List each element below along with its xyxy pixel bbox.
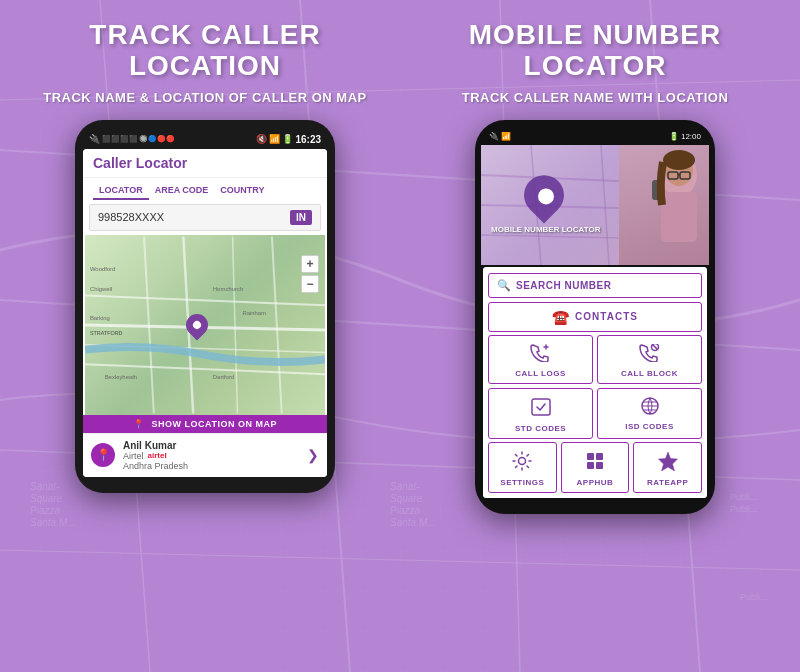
location-pin: [186, 314, 208, 336]
search-number-button[interactable]: 🔍 SEARCH NUMBER: [488, 273, 702, 298]
settings-label: SETTINGS: [500, 478, 544, 487]
show-location-label: SHOW LOCATION ON MAP: [152, 419, 277, 429]
phone-time: 16:23: [295, 134, 321, 145]
status-left-icons: 🔌 ⬛⬛⬛⬛ 🔘🔵🔴🔴: [89, 134, 175, 144]
mnl-logo-area: MOBILE NUMBER LOCATOR: [491, 175, 600, 235]
svg-text:Barking: Barking: [90, 315, 110, 321]
tab-locator[interactable]: LOCATOR: [93, 182, 149, 200]
svg-rect-54: [532, 399, 550, 415]
carrier-name: Airtel: [123, 451, 144, 461]
apphub-button[interactable]: APPHUB: [561, 442, 630, 493]
svg-rect-62: [587, 462, 594, 469]
svg-text:Chigwell: Chigwell: [90, 285, 112, 291]
svg-line-42: [601, 145, 609, 265]
std-codes-button[interactable]: STD CODES: [488, 388, 593, 439]
app-tabs: LOCATOR AREA CODE COUNTRY: [83, 178, 327, 200]
tab-country[interactable]: COUNTRY: [214, 182, 270, 200]
left-phone: 🔌 ⬛⬛⬛⬛ 🔘🔵🔴🔴 🔇 📶 🔋 16:23 Caller Locator: [75, 120, 335, 493]
right-status-left: 🔌 📶: [489, 132, 511, 141]
call-logs-icon: [530, 344, 552, 366]
airtel-logo: airtel: [148, 451, 167, 460]
contacts-phone-icon: ☎️: [552, 309, 569, 325]
tab-area-code[interactable]: AREA CODE: [149, 182, 215, 200]
right-section: MOBILE NUMBER LOCATOR TRACK CALLER NAME …: [415, 20, 775, 514]
contact-name: Anil Kumar: [123, 440, 299, 451]
call-logs-label: CALL LOGS: [515, 369, 566, 378]
svg-text:Rainham: Rainham: [242, 310, 266, 316]
svg-text:Bexleyheath: Bexleyheath: [105, 374, 137, 380]
svg-line-22: [85, 295, 325, 305]
isd-codes-icon: [639, 397, 661, 419]
call-block-label: CALL BLOCK: [621, 369, 678, 378]
map-view: Chigwell Barking Hornchurch Rainham Wood…: [85, 235, 325, 415]
svg-text:Woodford: Woodford: [90, 265, 115, 271]
right-status-bar: 🔌 📶 🔋 12:00: [481, 130, 709, 145]
apphub-icon: [585, 451, 605, 475]
search-number-label: SEARCH NUMBER: [516, 280, 611, 291]
show-location-button[interactable]: 📍 SHOW LOCATION ON MAP: [83, 415, 327, 433]
zoom-in-button[interactable]: +: [301, 255, 319, 273]
call-logs-button[interactable]: CALL LOGS: [488, 335, 593, 384]
contact-details: Anil Kumar Airtel airtel Andhra Pradesh: [123, 440, 299, 471]
app-title: Caller Locator: [93, 155, 317, 171]
contact-state: Andhra Pradesh: [123, 461, 299, 471]
call-block-button[interactable]: CALL BLOCK: [597, 335, 702, 384]
status-bar: 🔌 ⬛⬛⬛⬛ 🔘🔵🔴🔴 🔇 📶 🔋 16:23: [83, 132, 327, 149]
phone-input-row[interactable]: 998528XXXX IN: [89, 204, 321, 231]
contacts-label: CONTACTS: [575, 311, 638, 322]
contacts-button[interactable]: ☎️ CONTACTS: [488, 302, 702, 332]
rateapp-label: RATEAPP: [647, 478, 688, 487]
svg-text:Dartford: Dartford: [213, 374, 234, 380]
search-icon: 🔍: [497, 279, 511, 292]
svg-rect-63: [596, 462, 603, 469]
left-title: TRACK CALLER LOCATION: [25, 20, 385, 82]
right-phone: 🔌 📶 🔋 12:00: [475, 120, 715, 514]
left-section: TRACK CALLER LOCATION TRACK NAME & LOCAT…: [25, 20, 385, 493]
contact-arrow-icon: ❯: [307, 447, 319, 463]
right-status-right: 🔋 12:00: [669, 132, 701, 141]
isd-codes-button[interactable]: ISD CODES: [597, 388, 702, 439]
isd-codes-label: ISD CODES: [625, 422, 674, 431]
contact-icon: 📍: [91, 443, 115, 467]
svg-marker-64: [658, 452, 677, 471]
svg-line-53: [652, 344, 657, 349]
right-subtitle: TRACK CALLER NAME WITH LOCATION: [462, 90, 729, 105]
call-block-icon: [639, 344, 661, 366]
contact-info: 📍 Anil Kumar Airtel airtel Andhra Prades…: [83, 433, 327, 477]
svg-text:STRATFORD: STRATFORD: [90, 329, 123, 335]
left-subtitle: TRACK NAME & LOCATION OF CALLER ON MAP: [43, 90, 367, 105]
settings-button[interactable]: SETTINGS: [488, 442, 557, 493]
banner-woman: [619, 145, 709, 265]
mnl-screen: 🔍 SEARCH NUMBER ☎️ CONTACTS: [483, 267, 707, 498]
svg-line-25: [85, 364, 325, 374]
main-grid: CALL LOGS CALL BLOCK: [488, 335, 702, 439]
bottom-grid: SETTINGS APPHUB: [488, 442, 702, 493]
right-title: MOBILE NUMBER LOCATOR: [415, 20, 775, 82]
mnl-banner: MOBILE NUMBER LOCATOR: [481, 145, 709, 265]
mnl-banner-text: MOBILE NUMBER LOCATOR: [491, 225, 600, 235]
svg-rect-60: [587, 453, 594, 460]
svg-rect-61: [596, 453, 603, 460]
svg-rect-44: [661, 192, 697, 242]
zoom-out-button[interactable]: −: [301, 275, 319, 293]
left-phone-screen: Caller Locator LOCATOR AREA CODE COUNTRY…: [83, 149, 327, 477]
svg-point-59: [519, 457, 526, 464]
svg-point-51: [663, 150, 695, 170]
svg-line-28: [233, 236, 238, 413]
settings-icon: [512, 451, 532, 475]
zoom-controls: + −: [301, 255, 319, 293]
apphub-label: APPHUB: [577, 478, 614, 487]
std-codes-icon: [530, 397, 552, 421]
app-header: Caller Locator: [83, 149, 327, 178]
country-code-badge: IN: [290, 210, 312, 225]
content-area: TRACK CALLER LOCATION TRACK NAME & LOCAT…: [0, 0, 800, 672]
contact-carrier: Airtel airtel: [123, 451, 299, 461]
status-right-icons: 🔇 📶 🔋 16:23: [256, 134, 321, 145]
svg-text:Hornchurch: Hornchurch: [213, 285, 243, 291]
rateapp-icon: [657, 451, 679, 475]
svg-line-29: [272, 236, 282, 413]
rateapp-button[interactable]: RATEAPP: [633, 442, 702, 493]
std-codes-label: STD CODES: [515, 424, 566, 433]
phone-input-value[interactable]: 998528XXXX: [98, 211, 286, 223]
